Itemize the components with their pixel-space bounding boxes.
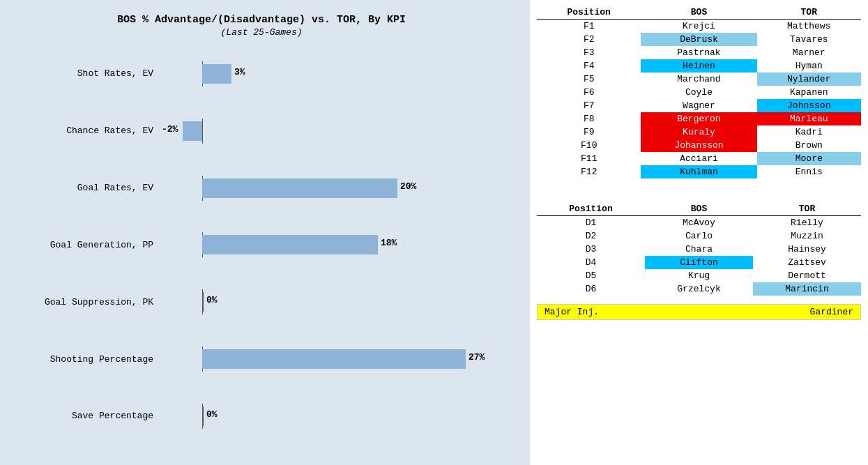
table-row: D1McAvoyRielly (537, 216, 861, 230)
injury-label: Major Inj. (545, 307, 599, 317)
bars-container: Shot Rates, EV3%Chance Rates, EV-2%Goal … (14, 52, 509, 451)
bos-cell: Coyle (641, 86, 756, 99)
tor-cell: Zaitsev (753, 256, 861, 269)
table-row: F7WagnerJohnsson (537, 99, 861, 112)
fwd-header-bos: BOS (641, 6, 756, 20)
bos-cell: Marchand (641, 73, 756, 86)
bar-value-label: 18% (381, 238, 397, 248)
def-header-tor: TOR (753, 202, 861, 216)
bar-value-label: 0% (206, 409, 218, 420)
position-cell: D5 (537, 269, 645, 282)
bar-fill (202, 349, 466, 369)
tor-cell: Moore (757, 152, 862, 165)
bar-row: Goal Generation, PP18% (14, 232, 509, 257)
bar-fill (202, 292, 204, 312)
table-row: F1KrejciMatthews (537, 20, 861, 33)
bar-fill (202, 178, 397, 198)
defense-table: Position BOS TOR D1McAvoyRiellyD2CarloMu… (537, 202, 861, 296)
table-row: D4CliftonZaitsev (537, 256, 861, 269)
bos-cell: Kuhlman (641, 165, 756, 178)
bar-area: 18% (160, 232, 509, 257)
tor-cell: Marner (757, 46, 862, 59)
bar-area: 20% (160, 176, 509, 201)
bar-value-label: 20% (400, 181, 416, 192)
bar-fill (202, 64, 231, 84)
tor-cell: Brown (757, 139, 862, 152)
bar-row: Save Percentage0% (14, 404, 509, 429)
table-row: F10JohanssonBrown (537, 139, 861, 152)
position-cell: F7 (537, 99, 641, 112)
tor-cell: Marleau (757, 112, 862, 125)
tor-cell: Ennis (757, 165, 862, 178)
fwd-header-tor: TOR (757, 6, 862, 20)
table-row: D6GrzelcykMarincin (537, 282, 861, 296)
bos-cell: Krug (645, 269, 753, 282)
position-cell: F6 (537, 86, 641, 99)
injury-tor: Gardiner (810, 307, 853, 317)
bar-row: Chance Rates, EV-2% (14, 119, 509, 144)
table-row: F3PastrnakMarner (537, 46, 861, 59)
position-cell: D1 (537, 216, 645, 230)
bar-value-label: 0% (206, 295, 218, 305)
tor-cell: Nylander (757, 73, 862, 86)
bar-area: 27% (160, 346, 509, 372)
position-cell: F2 (537, 33, 641, 46)
position-cell: F3 (537, 46, 641, 59)
fwd-header-pos: Position (537, 6, 641, 20)
bos-cell: DeBrusk (641, 33, 756, 46)
tor-cell: Kapanen (757, 86, 862, 99)
bos-cell: Pastrnak (641, 46, 756, 59)
table-row: F6CoyleKapanen (537, 86, 861, 99)
bar-label: Goal Suppression, PK (14, 297, 160, 307)
def-header-pos: Position (537, 202, 645, 216)
bos-cell: Johansson (641, 139, 756, 152)
bar-label: Goal Generation, PP (14, 240, 160, 250)
forwards-table: Position BOS TOR F1KrejciMatthewsF2DeBru… (537, 6, 861, 178)
bar-row: Goal Rates, EV20% (14, 176, 509, 201)
position-cell: D4 (537, 256, 645, 269)
tor-cell: Johnsson (757, 99, 862, 112)
chart-subtitle: (Last 25-Games) (14, 27, 509, 38)
bos-cell: Clifton (645, 256, 753, 269)
position-cell: D3 (537, 243, 645, 256)
bar-area: -2% (160, 119, 509, 144)
bar-label: Save Percentage (14, 411, 160, 421)
position-cell: F11 (537, 152, 641, 165)
position-cell: F4 (537, 59, 641, 73)
chart-title: BOS % Advantage/(Disadvantage) vs. TOR, … (14, 14, 509, 26)
position-cell: D6 (537, 282, 645, 296)
tor-cell: Hainsey (753, 243, 861, 256)
bar-value-label: -2% (162, 124, 178, 135)
position-cell: F8 (537, 112, 641, 125)
bar-row: Shooting Percentage27% (14, 346, 509, 372)
bos-cell: Carlo (645, 229, 753, 243)
bos-cell: Kuraly (641, 125, 756, 139)
position-cell: F9 (537, 125, 641, 139)
tor-cell: Rielly (753, 216, 861, 230)
bar-fill (183, 121, 202, 141)
injury-row: Major Inj. Gardiner (537, 304, 861, 320)
tor-cell: Hyman (757, 59, 862, 73)
table-row: F11AcciariMoore (537, 152, 861, 165)
tor-cell: Kadri (757, 125, 862, 139)
bar-label: Shot Rates, EV (14, 68, 160, 79)
chart-panel: BOS % Advantage/(Disadvantage) vs. TOR, … (0, 0, 530, 465)
bar-value-label: 27% (469, 352, 485, 363)
bar-area: 3% (160, 61, 509, 86)
table-row: D3CharaHainsey (537, 243, 861, 256)
table-row: F8BergeronMarleau (537, 112, 861, 125)
position-cell: F10 (537, 139, 641, 152)
bar-area: 0% (160, 289, 509, 314)
position-cell: F5 (537, 73, 641, 86)
bar-value-label: 3% (234, 67, 245, 77)
bar-row: Shot Rates, EV3% (14, 61, 509, 86)
table-row: D2CarloMuzzin (537, 229, 861, 243)
bar-label: Chance Rates, EV (14, 125, 160, 136)
bos-cell: Bergeron (641, 112, 756, 125)
bos-cell: Grzelcyk (645, 282, 753, 296)
tor-cell: Tavares (757, 33, 862, 46)
position-cell: F12 (537, 165, 641, 178)
bar-fill (202, 235, 378, 254)
right-panel: Position BOS TOR F1KrejciMatthewsF2DeBru… (530, 0, 868, 465)
tor-cell: Muzzin (753, 229, 861, 243)
